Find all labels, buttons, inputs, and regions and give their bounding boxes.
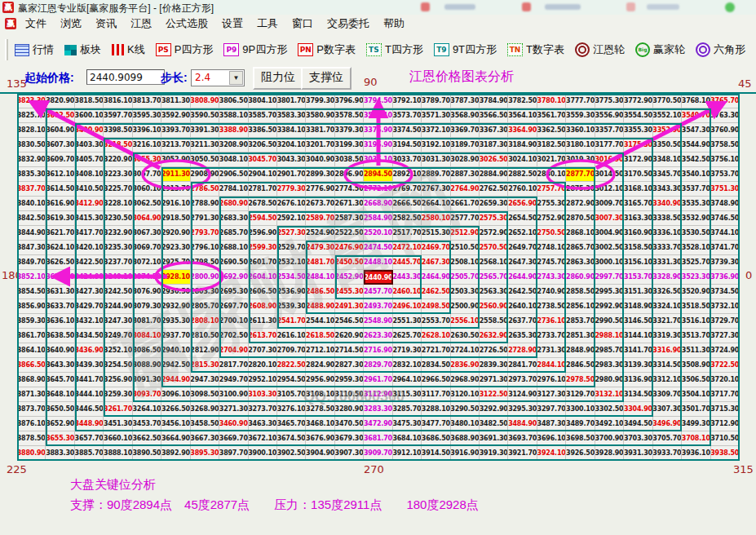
- start-price-input[interactable]: [86, 69, 165, 85]
- grid-cell: 3096.10: [161, 387, 190, 402]
- grid-cell: 2817.70: [219, 358, 248, 373]
- grid-cell: 2700.10: [219, 314, 248, 329]
- grid-cell: 2932.90: [161, 299, 190, 314]
- grid-cell: 3403.30: [75, 138, 104, 153]
- grid-cell: 3648.10: [46, 387, 74, 402]
- grid-cell: 3825.70: [17, 108, 46, 123]
- grid-cell: 3532.90: [682, 211, 710, 226]
- grid-cell: 3880.90: [17, 446, 46, 461]
- angle-label-90: 90: [364, 76, 378, 88]
- grid-cell: 3480.10: [451, 417, 480, 431]
- grid-cell: 3729.70: [711, 314, 740, 329]
- toolbar-item-9P四方形[interactable]: P99P四方形: [223, 42, 287, 57]
- grid-cell: 2664.10: [422, 197, 450, 211]
- toolbar-item-六角形[interactable]: 六角形: [696, 42, 745, 57]
- toolbar-item-P数字表[interactable]: PNP数字表: [298, 42, 356, 57]
- grid-cell: 3535.30: [682, 197, 710, 211]
- grid-cell: 3276.10: [277, 402, 306, 417]
- grid-cell: 3408.10: [75, 167, 104, 182]
- grid-cell: 2966.50: [422, 373, 450, 387]
- grid-cell: 3139.30: [624, 358, 652, 373]
- grid-cell: 3878.50: [17, 431, 46, 446]
- toolbar-item-T数字表[interactable]: TNT数字表: [507, 42, 564, 57]
- grid-cell: 3468.10: [306, 417, 334, 431]
- grid-cell: 2577.70: [451, 211, 480, 226]
- grid-cell: 2944.90: [161, 373, 190, 387]
- grid-cell: 2678.50: [249, 197, 277, 211]
- grid-cell: 3859.30: [17, 314, 46, 329]
- menu-item-9[interactable]: 交易委托: [325, 16, 381, 31]
- grid-cell: 3228.10: [104, 197, 132, 211]
- grid-cell: 3856.90: [17, 299, 46, 314]
- menu-item-5[interactable]: 公式选股: [163, 16, 219, 31]
- toolbar-item-K线[interactable]: K线: [112, 42, 145, 57]
- grid-cell: 3933.70: [653, 446, 682, 461]
- grid-cell: 3556.90: [595, 108, 624, 123]
- menu-item-10[interactable]: 帮助: [381, 16, 416, 31]
- grid-cell: 2899.30: [306, 167, 334, 182]
- menu-item-3[interactable]: 资讯: [93, 16, 128, 31]
- toolbar-item-9T四方形[interactable]: T99T四方形: [434, 42, 497, 57]
- grid-cell: 2464.90: [422, 270, 450, 285]
- grid-cell: 3799.30: [306, 94, 334, 108]
- grid-cell: 3643.30: [46, 358, 74, 373]
- grid-cell: 2767.30: [422, 182, 450, 197]
- grid-cell: 3914.50: [422, 446, 450, 461]
- grid-cell: 2661.70: [451, 197, 480, 211]
- grid-cell: 3580.90: [306, 108, 334, 123]
- grid-cell: 2445.70: [393, 255, 422, 270]
- toolbar-label: 行情: [33, 42, 54, 57]
- grid-cell: 3890.50: [133, 446, 161, 461]
- grid-cell: 2762.50: [480, 182, 508, 197]
- step-select[interactable]: 2.4 ▼: [191, 69, 245, 86]
- toolbar-item-行情[interactable]: 行情: [15, 42, 54, 57]
- toolbar-item-P四方形[interactable]: PSP四方形: [156, 42, 214, 57]
- toolbar-item-赢家轮[interactable]: Big赢家轮: [635, 42, 685, 57]
- key-level-cell: 2928.10: [161, 270, 190, 285]
- menu-item-7[interactable]: 工具: [254, 16, 290, 31]
- toolbar-item-T四方形[interactable]: TST四方形: [366, 42, 423, 57]
- grid-cell: 2467.30: [422, 255, 450, 270]
- menu-item-4[interactable]: 江恩: [128, 16, 163, 31]
- grid-cell: 2503.30: [451, 285, 480, 299]
- grid-cell: 2611.30: [249, 314, 277, 329]
- grid-cell: 2812.90: [191, 343, 219, 358]
- grid-cell: 2940.10: [161, 343, 190, 358]
- toolbar-item-江恩轮[interactable]: 江恩轮: [575, 42, 625, 57]
- grid-cell: 3770.50: [653, 94, 682, 108]
- grid-cell: 3326.50: [653, 285, 682, 299]
- grid-cell: 2954.50: [277, 373, 306, 387]
- grid-cell: 2791.30: [191, 211, 219, 226]
- grid-cell: 3844.90: [17, 226, 46, 241]
- menu-item-2[interactable]: 浏览: [58, 16, 93, 31]
- grid-cell: 2851.30: [566, 329, 595, 343]
- grid-cell: 3710.50: [711, 431, 740, 446]
- grid-cell: 3312.10: [653, 373, 682, 387]
- grid-cell: 2908.90: [191, 167, 219, 182]
- resistance-button[interactable]: 阻力位: [253, 67, 303, 90]
- grid-cell: 3170.50: [624, 167, 652, 182]
- grid-cell: 3854.50: [17, 285, 46, 299]
- menu-item-1[interactable]: 文件: [23, 16, 58, 31]
- toolbar-item-板块[interactable]: 板块: [64, 42, 101, 57]
- chart-analysis-title: 江恩价格图表分析: [409, 69, 514, 86]
- grid-cell: 3864.10: [17, 343, 46, 358]
- support-button[interactable]: 支撑位: [301, 67, 351, 90]
- menu-item-6[interactable]: 设置: [219, 16, 254, 31]
- grid-cell: 3208.90: [219, 138, 248, 153]
- grid-cell: 3338.50: [653, 211, 682, 226]
- grid-cell: 3223.30: [104, 167, 132, 182]
- grid-cell: 3840.10: [17, 197, 46, 211]
- winner-wheel-icon: Big: [635, 42, 650, 57]
- menu-item-8[interactable]: 窗口: [290, 16, 325, 31]
- grid-cell: 3506.50: [682, 373, 710, 387]
- titlebar-artifact: [421, 2, 430, 11]
- grid-cell: 3328.90: [653, 270, 682, 285]
- grid-cell: 3321.70: [653, 314, 682, 329]
- chevron-down-icon[interactable]: ▼: [229, 71, 243, 85]
- grid-cell: 3362.50: [537, 123, 566, 138]
- grid-cell: 2752.90: [537, 211, 566, 226]
- grid-cell: 3211.30: [191, 138, 219, 153]
- grid-cell: 3163.30: [624, 211, 652, 226]
- grid-cell: 3823.30: [17, 94, 46, 108]
